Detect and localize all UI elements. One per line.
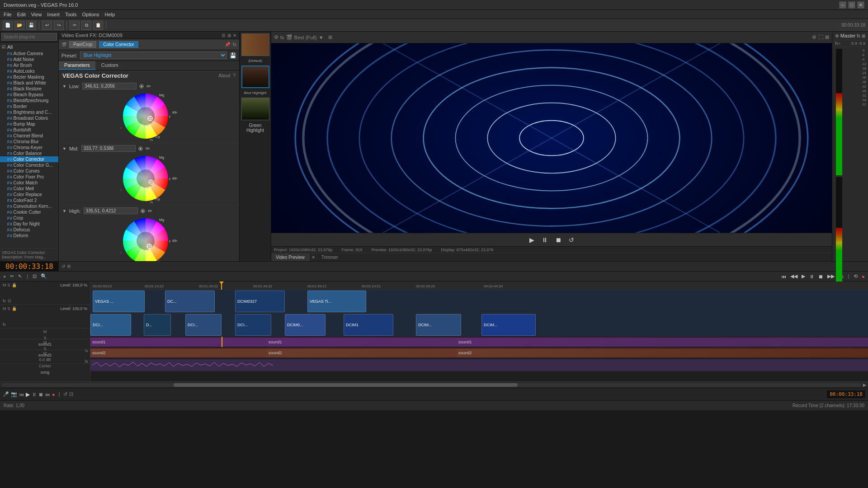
track2-lock[interactable]: 🔒 bbox=[12, 306, 17, 311]
pause-btn[interactable]: ⏸ bbox=[540, 235, 550, 244]
bt-play-btn[interactable]: ▶ bbox=[26, 391, 30, 398]
track2-mute[interactable]: M bbox=[3, 306, 6, 311]
bt-cam-btn[interactable]: 📷 bbox=[11, 391, 17, 397]
settings-icon-right[interactable]: ⚙ bbox=[835, 33, 839, 38]
low-reset-btn[interactable]: ● bbox=[139, 84, 144, 89]
cc-help-btn[interactable]: ? bbox=[233, 73, 236, 78]
low-wheel-eyedropper[interactable]: ✏ bbox=[172, 109, 178, 116]
close-button[interactable]: ✕ bbox=[857, 1, 864, 9]
mid-eyedropper-bottom[interactable]: ✏ bbox=[172, 175, 178, 182]
clip-dc[interactable]: DC... bbox=[165, 291, 215, 312]
plugin-item[interactable]: FXBleach Bypass bbox=[0, 92, 58, 98]
mid-collapse-btn[interactable]: ▼ bbox=[62, 146, 66, 151]
quality-arrow[interactable]: ▼ bbox=[319, 35, 324, 40]
plugin-item[interactable]: FXBump Map bbox=[0, 121, 58, 127]
audio-clip-song[interactable] bbox=[90, 359, 868, 371]
plugin-category-all[interactable]: ☑ All bbox=[0, 43, 58, 51]
mid-value-input[interactable] bbox=[81, 145, 136, 152]
mid-color-wheel[interactable]: R Mg M G G Cy 180 270 bbox=[121, 154, 170, 203]
menu-insert[interactable]: Insert bbox=[47, 12, 60, 17]
high-eyedropper-bottom[interactable]: ✏ bbox=[172, 237, 178, 244]
fx-script-btn[interactable]: fx bbox=[233, 42, 236, 47]
plugin-item[interactable]: FXColor Replace bbox=[0, 192, 58, 197]
bt-mark-btn[interactable]: ⊡ bbox=[69, 391, 73, 397]
tl-add-track-btn[interactable]: + bbox=[2, 273, 7, 280]
tl-snap-btn[interactable]: ⊡ bbox=[31, 273, 38, 280]
menu-file[interactable]: File bbox=[4, 12, 12, 17]
tl-pause-btn[interactable]: ⏸ bbox=[808, 273, 816, 280]
expand-icon-right[interactable]: ⊞ bbox=[862, 33, 865, 38]
clip-dci1[interactable]: DCI... bbox=[90, 314, 131, 336]
clip-dcim0[interactable]: DCIM0... bbox=[285, 314, 326, 336]
cc-about-btn[interactable]: About bbox=[218, 73, 230, 78]
vefx-list-btn[interactable]: ☰ bbox=[222, 33, 226, 38]
preset-select[interactable]: Blue Highlight bbox=[80, 52, 227, 59]
plugin-item[interactable]: FXConvolution Kern... bbox=[0, 203, 58, 209]
high-eyedropper-top[interactable]: ✏ bbox=[148, 208, 152, 214]
menu-view[interactable]: View bbox=[31, 12, 42, 17]
clip-dci2[interactable]: DCI... bbox=[185, 314, 222, 336]
plugin-item[interactable]: FXChroma Blur bbox=[0, 139, 58, 145]
plugin-item[interactable]: FXDeform bbox=[0, 233, 58, 239]
track1-comp-btn[interactable]: ⊡ bbox=[8, 299, 11, 303]
film-icon[interactable]: 🎬 bbox=[286, 34, 292, 40]
search-input[interactable] bbox=[1, 33, 57, 41]
stop-btn[interactable]: ⏹ bbox=[553, 235, 563, 244]
clip-dcim2[interactable]: DCIM... bbox=[416, 314, 461, 336]
track2-solo[interactable]: S bbox=[8, 306, 10, 311]
timeline-scroll-thumb[interactable] bbox=[174, 383, 517, 387]
menu-options[interactable]: Options bbox=[82, 12, 99, 17]
tl-select-btn[interactable]: ↖ bbox=[17, 273, 24, 280]
bt-prev-btn[interactable]: ⏮ bbox=[19, 392, 24, 397]
preview-thumb-blue-highlight[interactable] bbox=[241, 66, 269, 88]
clip-d[interactable]: D... bbox=[144, 314, 171, 336]
vt-settings-btn[interactable]: ⚙ bbox=[812, 34, 816, 40]
plugin-item[interactable]: FXBroadcast Colors bbox=[0, 115, 58, 121]
plugin-item[interactable]: FXColor Match bbox=[0, 180, 58, 186]
plugin-item[interactable]: FXColor Curves bbox=[0, 168, 58, 174]
vt-fullscreen-btn[interactable]: ⛶ bbox=[818, 34, 823, 40]
clip-dcim3[interactable]: DCIM... bbox=[481, 314, 536, 336]
bt-record-btn[interactable]: ● bbox=[52, 392, 55, 397]
fx-pin-btn[interactable]: 📌 bbox=[225, 42, 230, 47]
checkbox-all[interactable]: ☑ bbox=[2, 45, 5, 49]
tab-parameters[interactable]: Parameters bbox=[59, 61, 96, 70]
paste-button[interactable]: 📋 bbox=[93, 21, 103, 30]
plugin-item[interactable]: FXColorFast 2 bbox=[0, 197, 58, 203]
tab-trimmer[interactable]: Trimmer bbox=[317, 253, 343, 261]
plugin-item[interactable]: FXBorder bbox=[0, 103, 58, 109]
fx-icon[interactable]: fx bbox=[280, 35, 284, 40]
plugin-item[interactable]: FXColor Fixer Pro bbox=[0, 174, 58, 180]
sound2-mute[interactable]: M bbox=[43, 340, 47, 345]
plugin-item[interactable]: FXAdd Noise bbox=[0, 56, 58, 62]
low-color-wheel[interactable]: R Mg M G G Cy 180 270 bbox=[121, 91, 170, 141]
settings-icon[interactable]: ⚙ bbox=[274, 34, 278, 40]
tl-prev-frame-btn[interactable]: ◀◀ bbox=[789, 273, 799, 280]
fx-icon-right[interactable]: fx bbox=[857, 33, 860, 38]
scroll-right-btn[interactable]: ▶ bbox=[863, 383, 866, 387]
plugin-item[interactable]: FXAutoLooks bbox=[0, 68, 58, 74]
menu-edit[interactable]: Edit bbox=[17, 12, 26, 17]
mid-reset-btn[interactable]: ● bbox=[138, 146, 143, 151]
timeline-scroll-track[interactable] bbox=[2, 383, 861, 387]
redo-button[interactable]: ↪ bbox=[54, 21, 64, 30]
plugin-item[interactable]: FXDay for Night bbox=[0, 221, 58, 227]
tl-stop-btn[interactable]: ⏹ bbox=[817, 273, 825, 280]
tl-settings-btn[interactable]: ⚙ bbox=[67, 264, 71, 269]
menu-help[interactable]: Help bbox=[104, 12, 115, 17]
plugin-item[interactable]: FXChannel Blend bbox=[0, 133, 58, 139]
tl-zoom-in-btn[interactable]: 🔍 bbox=[39, 273, 48, 280]
menu-tools[interactable]: Tools bbox=[65, 12, 77, 17]
plugin-item[interactable]: FXBlack Restore bbox=[0, 86, 58, 92]
preset-save-btn[interactable]: 💾 bbox=[230, 52, 236, 59]
low-value-input[interactable] bbox=[82, 83, 137, 89]
tab-custom[interactable]: Custom bbox=[96, 61, 124, 70]
bt-stop-btn[interactable]: ⏹ bbox=[38, 392, 43, 397]
plugin-item[interactable]: FXBleistiftzeichnung bbox=[0, 98, 58, 103]
tl-goto-start-btn[interactable]: ⏮ bbox=[780, 273, 788, 280]
plugin-item[interactable]: FXBlack and White bbox=[0, 80, 58, 86]
plugin-item[interactable]: FXColor Melt bbox=[0, 186, 58, 192]
new-button[interactable]: 📄 bbox=[3, 21, 13, 30]
plugin-item[interactable]: FXBezier Masking bbox=[0, 74, 58, 80]
plugin-item[interactable]: FXBuntshift bbox=[0, 127, 58, 133]
